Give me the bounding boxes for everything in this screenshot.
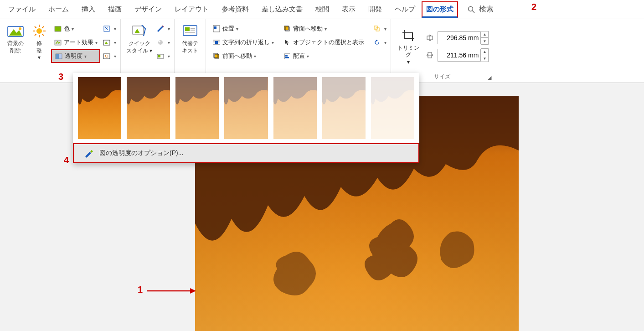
preset-2[interactable] [175,77,219,140]
svg-rect-34 [214,26,216,29]
tab-draw[interactable]: 描画 [102,0,128,18]
preset-4[interactable] [273,77,317,140]
artistic-effects-icon [54,38,62,47]
picture-border-button[interactable]: ▾ [154,22,170,36]
align-button[interactable]: 配置▾ [280,49,367,63]
width-down[interactable]: ▼ [481,55,488,62]
picture-effects-button[interactable]: ▾ [154,36,170,49]
change-picture-button[interactable]: ▾ [100,36,117,49]
send-backward-button[interactable]: 背面へ移動▾ [280,22,367,36]
alt-text-button[interactable]: 代替テキスト [178,22,202,55]
selection-pane-button[interactable]: オブジェクトの選択と表示 [280,36,367,49]
svg-point-0 [469,6,473,11]
annotation-4: 4 [64,155,69,166]
tab-layout[interactable]: レイアウト [168,0,215,18]
height-spinner[interactable]: ▲▼ [425,31,489,45]
svg-marker-50 [376,40,378,41]
tab-home[interactable]: ホーム [42,0,75,18]
artistic-effects-label: アート効果 [64,38,93,47]
height-input[interactable] [438,31,481,44]
width-spinner[interactable]: ▲▼ [425,48,489,62]
crop-l2: グ [406,52,411,58]
svg-line-10 [35,26,36,28]
compress-icon [103,25,110,33]
crop-button[interactable]: トリミング▾ [396,26,421,67]
width-icon [425,50,435,60]
annotation-3: 3 [58,72,63,82]
remove-bg-label-2: 削除 [10,47,21,54]
preset-6[interactable] [371,77,415,140]
wrap-text-button[interactable]: 文字列の折り返し▾ [210,36,277,49]
position-icon [212,25,221,33]
ribbon-tab-bar: ファイル ホーム 挿入 描画 デザイン レイアウト 参考資料 差し込み文書 校閲… [0,0,644,19]
svg-rect-14 [55,26,61,31]
align-icon [283,52,291,60]
tab-insert[interactable]: 挿入 [75,0,102,18]
svg-point-24 [158,40,163,45]
width-up[interactable]: ▲ [481,49,488,55]
preset-3[interactable] [224,77,268,140]
preset-5[interactable] [322,77,366,140]
svg-line-11 [42,34,44,36]
crop-icon [400,27,417,44]
reset-picture-button[interactable]: ▾ [100,49,117,63]
corrections-icon [31,23,47,39]
transparency-dropdown: 図の透明度のオプション(P)... [73,73,419,163]
picture-layout-button[interactable]: ▾ [154,49,170,63]
remove-bg-label-1: 背景の [7,40,24,47]
annotation-2: 2 [531,2,536,12]
transparency-options-icon [83,148,94,159]
tab-review[interactable]: 校閲 [309,0,335,18]
svg-marker-55 [190,288,196,294]
transparency-options-item[interactable]: 図の透明度のオプション(P)... [73,143,419,163]
corrections-button[interactable]: 修整▾ [27,22,51,62]
bring-forward-button[interactable]: 前面へ移動▾ [210,49,277,63]
tab-picture-format[interactable]: 図の形式 [422,1,458,18]
svg-rect-46 [285,55,288,57]
transparency-presets [73,77,419,143]
group-icon [373,25,381,33]
svg-rect-29 [185,27,190,31]
send-backward-label: 背面へ移動 [293,25,323,33]
send-backward-icon [283,25,291,33]
position-button[interactable]: 位置▾ [210,22,277,36]
compress-pictures-button[interactable]: ▾ [100,22,117,36]
preset-1[interactable] [126,77,170,140]
tab-file[interactable]: ファイル [2,0,42,18]
corrections-label-2: 整 [36,47,42,54]
color-icon [54,25,62,33]
tab-references[interactable]: 参考資料 [215,0,255,18]
size-dialog-launcher[interactable]: ◢ [488,75,491,81]
svg-line-13 [42,26,44,28]
tab-developer[interactable]: 開発 [362,0,388,18]
tab-help[interactable]: ヘルプ [388,0,422,18]
selection-pane-label: オブジェクトの選択と表示 [293,38,364,47]
border-icon [157,25,164,33]
height-down[interactable]: ▼ [481,38,488,44]
wrap-text-label: 文字列の折り返し [222,38,270,47]
transparency-button[interactable]: 透明度▾ [51,49,100,63]
rotate-button[interactable]: ▾ [371,36,387,49]
quick-style-l1: クイック [129,40,150,47]
tab-design[interactable]: デザイン [128,0,168,18]
artistic-effects-button[interactable]: アート効果▾ [51,36,100,49]
group-objects-button[interactable]: ▾ [371,22,387,36]
tab-view[interactable]: 表示 [335,0,362,18]
annotation-arrow-icon [147,286,197,295]
effects-icon [157,38,164,47]
svg-line-12 [35,34,36,36]
remove-background-button[interactable]: 背景の削除 [4,22,27,55]
tab-mailings[interactable]: 差し込み文書 [255,0,309,18]
width-input[interactable] [438,49,481,62]
svg-rect-42 [284,26,289,30]
quick-styles-button[interactable]: クイックスタイル ▾ [124,22,154,55]
transparency-options-label: 図の透明度のオプション(P)... [99,149,183,157]
svg-point-5 [36,28,42,34]
corrections-label-1: 修 [36,40,42,47]
search-box[interactable]: 検索 [467,5,494,14]
change-picture-icon [103,38,110,47]
align-label: 配置 [293,52,305,60]
height-up[interactable]: ▲ [481,31,488,38]
preset-0[interactable] [77,77,122,140]
color-button[interactable]: 色▾ [51,22,100,36]
